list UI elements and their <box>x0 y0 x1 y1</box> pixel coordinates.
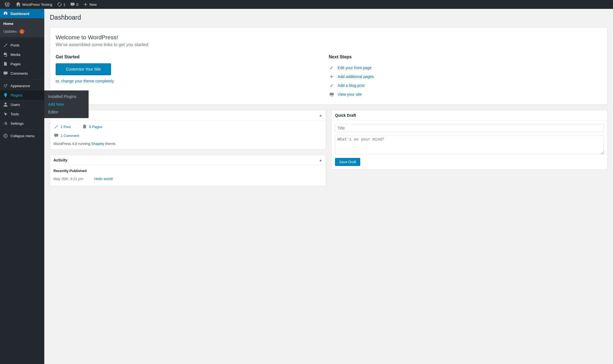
menu-separator <box>0 37 44 39</box>
svg-point-0 <box>4 134 7 138</box>
view-icon <box>329 92 334 97</box>
menu-comments[interactable]: Comments <box>0 69 44 78</box>
posts-stat-link[interactable]: 1 Post <box>53 124 71 129</box>
theme-link[interactable]: Shapely <box>91 142 104 146</box>
view-site-link[interactable]: View your site <box>329 90 454 99</box>
plugins-flyout: Installed Plugins Add New Editor <box>44 90 89 118</box>
collapse-menu[interactable]: Collapse menu <box>0 131 44 141</box>
menu-separator <box>0 78 44 79</box>
submenu-home[interactable]: Home <box>0 20 44 27</box>
posts-count: 1 Post <box>61 125 71 129</box>
add-pages-link[interactable]: Add additional pages <box>329 72 454 81</box>
version-info: WordPress 4.8 running Shapely theme. <box>53 142 322 146</box>
comments-count: 1 Comment <box>61 134 79 138</box>
pin-icon <box>53 124 59 129</box>
version-suffix: theme. <box>104 142 116 146</box>
plugin-icon <box>3 92 8 98</box>
or-prefix: or, <box>56 79 61 83</box>
updates-badge: 1 <box>19 29 24 34</box>
version-prefix: WordPress 4.8 running <box>53 142 91 146</box>
menu-posts[interactable]: Posts <box>0 40 44 50</box>
edit-front-page-link[interactable]: Edit your front page <box>329 63 454 72</box>
menu-settings-label: Settings <box>11 121 24 126</box>
activity-title: Activity <box>53 158 68 162</box>
pages-stat-link[interactable]: 6 Pages <box>82 124 102 129</box>
comments-count: 0 <box>76 2 78 7</box>
updates-count: 1 <box>63 2 65 7</box>
wp-logo-menu[interactable] <box>2 0 13 9</box>
comments-stat-link[interactable]: 1 Comment <box>53 133 79 138</box>
menu-settings[interactable]: Settings <box>0 119 44 128</box>
view-site-label: View your site <box>338 92 362 97</box>
updates-menu[interactable]: 1 <box>55 0 68 9</box>
edit-icon <box>329 65 334 71</box>
flyout-add-new[interactable]: Add New <box>44 100 89 108</box>
menu-pages-label: Pages <box>11 62 21 66</box>
submenu-updates-label: Updates <box>3 29 17 33</box>
welcome-title: Welcome to WordPress! <box>56 34 602 41</box>
pin-icon <box>3 42 8 48</box>
menu-plugins[interactable]: Plugins Installed Plugins Add New Editor <box>0 90 44 100</box>
get-started-heading: Get Started <box>56 54 318 59</box>
dashboard-submenu: Home Updates 1 <box>0 18 44 37</box>
menu-comments-label: Comments <box>11 71 28 76</box>
pages-icon <box>3 61 8 67</box>
menu-appearance-label: Appearance <box>11 84 30 88</box>
menu-appearance[interactable]: Appearance <box>0 81 44 90</box>
menu-dashboard[interactable]: Dashboard <box>0 9 44 18</box>
at-a-glance-widget: At a Glance ▲ 1 Post 6 Pages <box>50 110 326 149</box>
menu-users[interactable]: Users <box>0 100 44 109</box>
draft-title-input[interactable] <box>335 124 604 132</box>
plus-icon <box>329 74 334 79</box>
menu-tools-label: Tools <box>11 112 19 116</box>
pages-icon <box>82 124 87 129</box>
menu-media-label: Media <box>11 53 20 57</box>
collapse-toggle[interactable]: ▲ <box>319 158 322 162</box>
menu-tools[interactable]: Tools <box>0 109 44 119</box>
activity-row: May 30th, 9:21 pm Hello world! <box>53 175 322 183</box>
collapse-icon <box>3 133 8 139</box>
update-icon <box>57 2 62 7</box>
flyout-installed-plugins[interactable]: Installed Plugins <box>44 93 89 100</box>
new-content-menu[interactable]: New <box>81 0 99 9</box>
add-post-label: Add a blog post <box>338 83 365 88</box>
pages-count: 6 Pages <box>89 125 102 129</box>
save-draft-button[interactable]: Save Draft <box>335 158 360 166</box>
activity-post-link[interactable]: Hello world! <box>94 177 113 181</box>
comment-icon <box>53 133 59 138</box>
draft-content-textarea[interactable] <box>335 135 604 154</box>
comments-menu[interactable]: 0 <box>68 0 81 9</box>
write-icon <box>329 83 334 88</box>
add-pages-label: Add additional pages <box>338 74 374 79</box>
change-theme-link[interactable]: change your theme completely <box>61 79 114 83</box>
settings-icon <box>3 121 8 126</box>
comments-icon <box>3 71 8 76</box>
submenu-updates[interactable]: Updates 1 <box>0 27 44 36</box>
new-label: New <box>89 2 97 7</box>
quick-draft-title: Quick Draft <box>335 113 356 118</box>
add-blog-post-link[interactable]: Add a blog post <box>329 81 454 90</box>
tools-icon <box>3 111 8 117</box>
menu-pages[interactable]: Pages <box>0 59 44 69</box>
menu-plugins-label: Plugins <box>11 93 22 97</box>
admin-bar: WordPress Testing 1 0 New <box>0 0 613 9</box>
customize-site-button[interactable]: Customize Your Site <box>56 63 111 75</box>
menu-media[interactable]: Media <box>0 50 44 59</box>
or-change-theme: or, change your theme completely <box>56 79 318 83</box>
collapse-toggle[interactable]: ▲ <box>319 113 322 117</box>
activity-time: May 30th, 9:21 pm <box>53 177 83 181</box>
dashboard-icon <box>3 11 8 16</box>
appearance-icon <box>3 83 8 89</box>
quick-draft-widget: Quick Draft Save Draft <box>331 110 607 170</box>
site-name: WordPress Testing <box>22 2 52 7</box>
menu-posts-label: Posts <box>11 43 20 47</box>
home-icon <box>16 2 21 7</box>
flyout-editor[interactable]: Editor <box>44 108 89 116</box>
next-steps-heading: Next Steps <box>329 54 454 59</box>
media-icon <box>3 52 8 57</box>
site-name-menu[interactable]: WordPress Testing <box>13 0 55 9</box>
admin-sidebar: Dashboard Home Updates 1 Posts Media Pag… <box>0 9 44 192</box>
welcome-panel: Welcome to WordPress! We've assembled so… <box>50 27 607 105</box>
users-icon <box>3 102 8 107</box>
welcome-subtitle: We've assembled some links to get you st… <box>56 42 602 47</box>
